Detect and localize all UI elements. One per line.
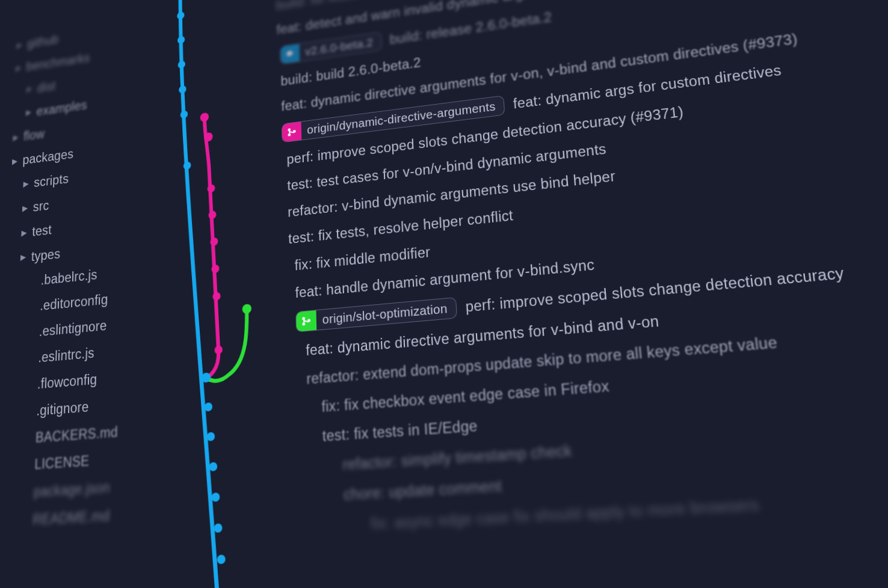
svg-point-13 xyxy=(217,554,226,564)
chevron-right-icon: ▶ xyxy=(27,82,32,97)
file-tree-label: package.json xyxy=(33,474,110,506)
svg-point-5 xyxy=(180,110,188,118)
file-tree-label: .flowconfig xyxy=(37,366,97,397)
chevron-right-icon: ▶ xyxy=(17,38,22,52)
file-tree-label: src xyxy=(32,193,49,219)
chevron-right-icon: ▶ xyxy=(12,154,17,169)
svg-point-1 xyxy=(177,11,184,20)
file-tree[interactable]: ▶github▶benchmarks▶dist▶examples▶flow▶pa… xyxy=(0,0,159,588)
branch-icon xyxy=(296,310,316,332)
chevron-right-icon: ▶ xyxy=(26,105,32,120)
ref-label: v2.6.0-beta.2 xyxy=(300,35,381,59)
branch-icon xyxy=(282,121,301,143)
git-graph xyxy=(153,0,288,588)
ref-label: origin/slot-optimization xyxy=(316,301,457,327)
commit-message: chore: update comment xyxy=(344,477,502,503)
file-tree-label: test xyxy=(32,217,52,244)
file-tree-label: dist xyxy=(37,74,56,100)
svg-point-12 xyxy=(214,523,223,533)
commit-list[interactable]: build: build 2.6.0-beta.2build: fix feat… xyxy=(276,0,888,588)
chevron-right-icon: ▶ xyxy=(13,130,19,145)
chevron-right-icon: ▶ xyxy=(22,225,27,240)
svg-point-11 xyxy=(212,492,220,502)
svg-point-9 xyxy=(207,432,215,441)
chevron-right-icon: ▶ xyxy=(20,250,26,265)
chevron-right-icon: ▶ xyxy=(22,200,28,216)
tag-icon xyxy=(280,43,300,64)
file-tree-label: flow xyxy=(23,122,45,149)
file-tree-label: .gitignore xyxy=(36,393,89,424)
file-tree-label: README.md xyxy=(32,502,110,534)
file-tree-label: types xyxy=(31,241,61,269)
svg-point-3 xyxy=(178,60,185,69)
commit-message: test: fix tests in IE/Edge xyxy=(322,417,478,444)
svg-point-21 xyxy=(215,345,223,354)
file-tree-label: LICENSE xyxy=(34,447,90,479)
svg-point-4 xyxy=(179,85,186,94)
svg-point-8 xyxy=(205,402,212,411)
svg-point-22 xyxy=(242,304,251,314)
svg-point-10 xyxy=(209,462,218,471)
chevron-right-icon: ▶ xyxy=(23,176,29,191)
svg-point-14 xyxy=(200,112,209,122)
chevron-right-icon: ▶ xyxy=(16,61,22,75)
svg-point-2 xyxy=(177,35,185,44)
